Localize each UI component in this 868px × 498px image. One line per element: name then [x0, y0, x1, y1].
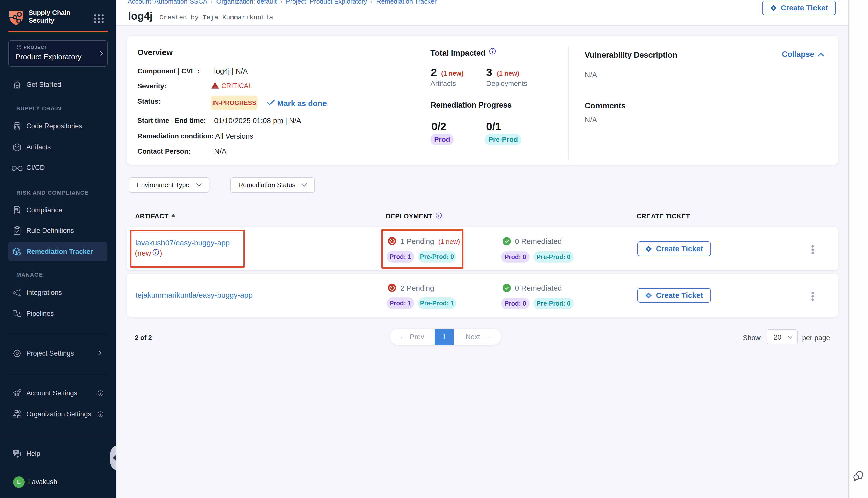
svg-text:?: ? — [15, 450, 17, 454]
